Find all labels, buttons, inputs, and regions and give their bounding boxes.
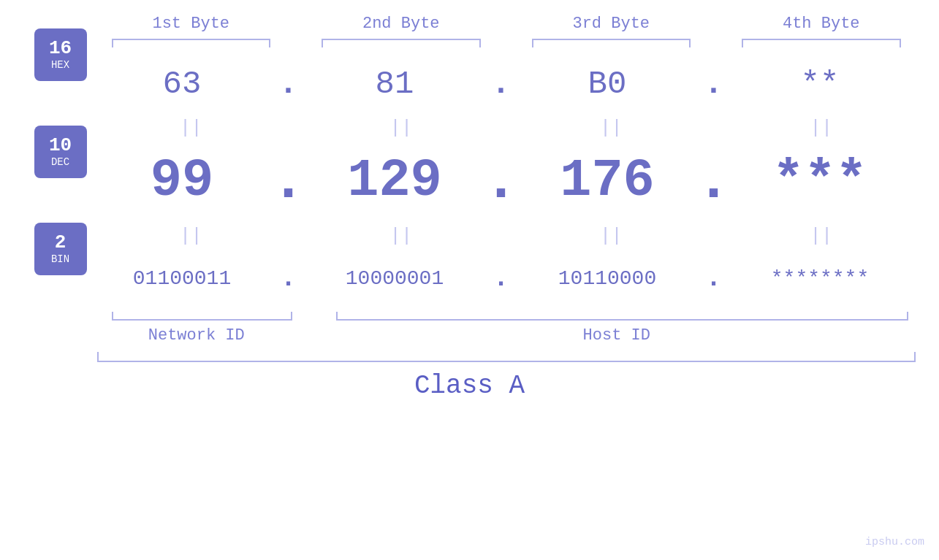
bin-b3: 10110000 bbox=[558, 267, 656, 290]
hex-b3: B0 bbox=[588, 66, 627, 102]
bin-badge: 2 BIN bbox=[34, 223, 87, 275]
byte4-header: 4th Byte bbox=[727, 15, 916, 39]
dec-b4: *** bbox=[772, 151, 867, 211]
bin-b1: 01100011 bbox=[133, 267, 231, 290]
equals-1-b4: || bbox=[810, 117, 832, 139]
bin-badge-label: BIN bbox=[51, 253, 69, 265]
dec-badge-number: 10 bbox=[49, 136, 72, 155]
bin-badge-number: 2 bbox=[55, 233, 66, 252]
network-id-label: Network ID bbox=[148, 326, 245, 345]
dec-b1: 99 bbox=[151, 151, 213, 211]
byte3-header: 3rd Byte bbox=[517, 15, 706, 39]
main-container: 1st Byte 2nd Byte 3rd Byte 4th Byte 16 H… bbox=[0, 0, 939, 560]
hex-dot1: . bbox=[275, 66, 300, 102]
hex-b2: 81 bbox=[376, 66, 414, 102]
byte1-header: 1st Byte bbox=[97, 15, 286, 39]
hex-badge-number: 16 bbox=[49, 39, 72, 58]
equals-2-b4: || bbox=[810, 225, 832, 247]
equals-2-b3: || bbox=[600, 225, 623, 247]
dec-b3: 176 bbox=[560, 151, 655, 211]
class-label: Class A bbox=[414, 371, 525, 401]
watermark: ipshu.com bbox=[865, 536, 924, 548]
host-id-label: Host ID bbox=[583, 326, 650, 345]
hex-b4: ** bbox=[801, 66, 840, 102]
equals-1-b3: || bbox=[600, 117, 623, 139]
bin-dot1: . bbox=[278, 264, 300, 294]
equals-2-b2: || bbox=[389, 225, 412, 247]
dec-badge: 10 DEC bbox=[34, 126, 87, 178]
equals-1-b1: || bbox=[180, 117, 202, 139]
hex-badge: 16 HEX bbox=[34, 28, 87, 81]
equals-2-b1: || bbox=[180, 225, 202, 247]
bin-dot3: . bbox=[703, 264, 725, 294]
dec-b2: 129 bbox=[347, 151, 442, 211]
hex-b1: 63 bbox=[163, 66, 202, 102]
hex-dot3: . bbox=[701, 66, 726, 102]
bin-dot2: . bbox=[490, 264, 512, 294]
bin-b4: ******** bbox=[771, 267, 869, 290]
equals-1-b2: || bbox=[389, 117, 412, 139]
bin-b2: 10000001 bbox=[346, 267, 444, 290]
hex-dot2: . bbox=[488, 66, 513, 102]
hex-badge-label: HEX bbox=[51, 59, 69, 71]
byte2-header: 2nd Byte bbox=[307, 15, 495, 39]
dec-badge-label: DEC bbox=[51, 156, 69, 168]
